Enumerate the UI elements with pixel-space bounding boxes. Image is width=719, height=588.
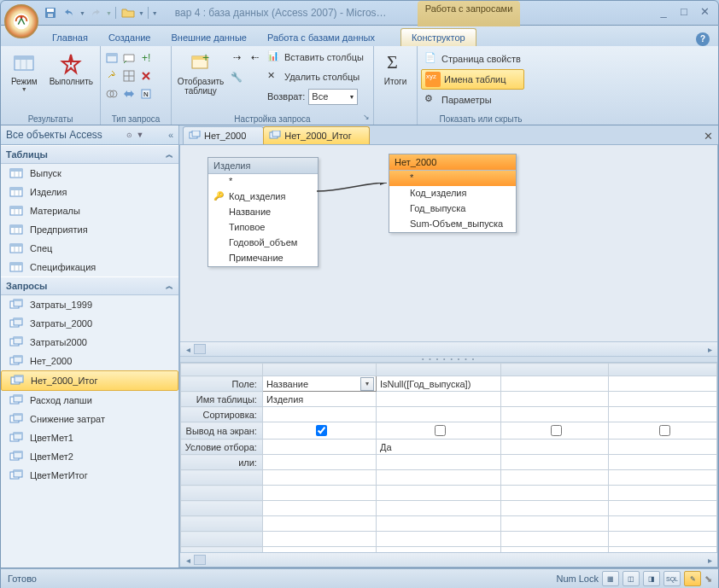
show-checkbox[interactable] [659, 425, 670, 436]
show-checkbox[interactable] [435, 425, 446, 436]
insert-cols-button[interactable]: 📊Вставить столбцы [264, 48, 367, 67]
nav-item[interactable]: Материалы [1, 201, 178, 220]
delete-rows-icon[interactable]: ⇠ [246, 49, 263, 66]
grid-cell[interactable] [500, 376, 609, 392]
field-row[interactable]: Типовое [208, 220, 318, 236]
grid-cell[interactable] [609, 455, 717, 470]
tab-home[interactable]: Главная [42, 29, 98, 46]
nav-item[interactable]: Предприятия [1, 220, 178, 239]
nav-item[interactable]: ЦветМетИтог [1, 466, 178, 485]
nav-item[interactable]: Затраты_1999 [1, 295, 178, 314]
col-selector[interactable] [609, 364, 717, 376]
nav-header[interactable]: Все объекты Access ⊙ ▼ « [1, 125, 178, 145]
field-row[interactable]: Примечание [208, 251, 318, 266]
design-view-icon[interactable]: ✎ [684, 571, 701, 586]
grid-cell[interactable] [609, 422, 717, 440]
col-selector[interactable] [377, 364, 501, 376]
pivotchart-view-icon[interactable]: ◨ [643, 571, 660, 586]
tables-pane[interactable]: Изделия *🔑Код_изделияНазваниеТиповоеГодо… [180, 145, 717, 341]
nav-item[interactable]: ЦветМет1 [1, 428, 178, 447]
grid-cell[interactable] [500, 440, 609, 455]
tab-constructor[interactable]: Конструктор [400, 28, 476, 46]
close-tab-icon[interactable]: ✕ [701, 131, 715, 144]
field-row[interactable]: Код_изделия [389, 186, 516, 201]
show-checkbox[interactable] [316, 425, 327, 436]
data-def-icon[interactable]: N [138, 85, 154, 102]
grid-cell[interactable] [377, 407, 501, 422]
grid-cell[interactable] [262, 455, 376, 470]
field-row[interactable]: Sum-Объем_выпуска [389, 217, 516, 232]
grid-cell[interactable] [377, 455, 501, 470]
grid-cell[interactable] [262, 440, 376, 455]
property-sheet-button[interactable]: 📄Страница свойств [421, 49, 524, 68]
nav-item[interactable]: Затраты_2000 [1, 314, 178, 333]
grid-cell[interactable] [377, 422, 501, 440]
append-icon[interactable]: +! [138, 49, 154, 67]
update-icon[interactable] [104, 67, 120, 84]
make-table-icon[interactable] [121, 49, 137, 67]
field-row[interactable]: Название [208, 205, 318, 220]
grid-cell[interactable]: Название▾ [262, 376, 376, 392]
nav-item[interactable]: Выпуск [1, 164, 178, 183]
nav-item[interactable]: Спецификация [1, 258, 178, 277]
field-row[interactable]: * [389, 171, 516, 186]
delete-query-icon[interactable] [138, 67, 154, 84]
field-row[interactable]: * [208, 174, 318, 189]
field-row[interactable]: Годовой_объем [208, 236, 318, 251]
tab-database[interactable]: Работа с базами данных [257, 29, 385, 46]
grid-cell[interactable] [500, 407, 609, 422]
tab-external[interactable]: Внешние данные [161, 29, 257, 46]
grid-cell[interactable] [609, 407, 717, 422]
grid-cell[interactable] [500, 422, 609, 440]
redo-icon[interactable] [87, 4, 104, 21]
document-tab[interactable]: Нет_2000_Итог [263, 126, 369, 144]
insert-rows-icon[interactable]: ⇢ [228, 49, 245, 66]
field-row[interactable]: 🔑Код_изделия [208, 189, 318, 205]
view-button[interactable]: Режим▼ [4, 48, 44, 94]
nav-group[interactable]: Таблицы︽ [1, 145, 178, 164]
splitter[interactable]: • • • • • • • • [180, 356, 717, 363]
grid-cell[interactable] [609, 440, 717, 455]
col-selector[interactable] [262, 364, 376, 376]
select-query-icon[interactable] [104, 49, 120, 67]
nav-item[interactable]: Снижение затрат [1, 410, 178, 428]
run-button[interactable]: Выполнить [46, 48, 96, 88]
union-icon[interactable] [104, 85, 120, 102]
datasheet-view-icon[interactable]: ▦ [602, 571, 619, 586]
grid-cell[interactable] [500, 455, 609, 470]
pivot-view-icon[interactable]: ◫ [623, 571, 640, 586]
show-table-button[interactable]: + Отобразить таблицу [175, 48, 226, 97]
grid-cell[interactable]: Изделия [262, 392, 376, 407]
grid-cell[interactable] [262, 407, 376, 422]
sql-view-icon[interactable]: SQL [663, 571, 681, 586]
design-grid[interactable]: Поле:Название▾IsNull([Год_выпуска])Имя т… [180, 363, 717, 552]
office-button[interactable] [4, 4, 38, 38]
dropdown-icon[interactable]: ▾ [360, 377, 374, 391]
nav-group[interactable]: Запросы︽ [1, 277, 178, 295]
grid-cell[interactable] [262, 422, 376, 440]
table-izdeliya[interactable]: Изделия *🔑Код_изделияНазваниеТиповоеГодо… [208, 157, 319, 267]
col-selector[interactable] [500, 364, 609, 376]
show-checkbox[interactable] [551, 425, 562, 436]
hscroll-tables[interactable]: ◂▸ [180, 341, 717, 356]
passthrough-icon[interactable] [121, 85, 137, 102]
field-row[interactable]: Год_выпуска [389, 201, 516, 217]
collapse-icon[interactable]: « [168, 130, 173, 140]
minimize-button[interactable]: _ [655, 4, 672, 18]
save-icon[interactable] [42, 4, 59, 21]
builder-icon[interactable]: 🔧 [228, 68, 245, 85]
return-combo[interactable]: Все▼ [308, 89, 358, 105]
maximize-button[interactable]: □ [675, 4, 693, 18]
grid-cell[interactable] [609, 376, 717, 392]
hscroll-grid[interactable]: ◂▸ [180, 552, 717, 567]
undo-icon[interactable] [61, 4, 78, 21]
nav-item[interactable]: Затраты2000 [1, 333, 178, 352]
table-names-button[interactable]: xyzИмена таблиц [421, 69, 524, 90]
delete-cols-button[interactable]: ✕Удалить столбцы [264, 67, 363, 86]
grid-cell[interactable] [609, 392, 717, 407]
table-net2000[interactable]: Нет_2000 *Код_изделияГод_выпускаSum-Объе… [389, 154, 517, 233]
grid-cell[interactable] [377, 392, 501, 407]
nav-item[interactable]: Спец [1, 239, 178, 258]
nav-item[interactable]: Расход лапши [1, 391, 178, 410]
totals-button[interactable]: Σ Итоги [377, 48, 413, 88]
